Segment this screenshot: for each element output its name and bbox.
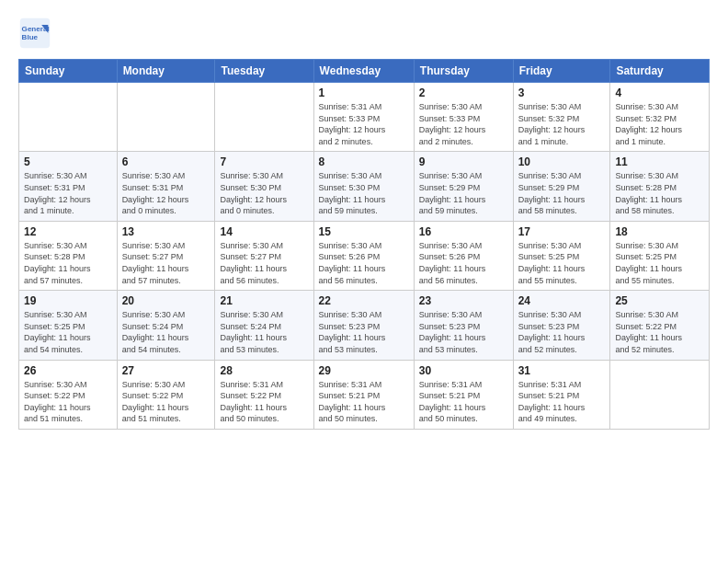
logo: General Blue [18,17,55,50]
week-row-5: 26Sunrise: 5:30 AM Sunset: 5:22 PM Dayli… [19,360,710,429]
day-number: 15 [319,225,409,238]
day-number: 1 [319,86,409,99]
day-number: 19 [24,294,112,307]
day-info: Sunrise: 5:30 AM Sunset: 5:30 PM Dayligh… [220,170,308,216]
day-number: 26 [24,364,112,377]
calendar-cell: 9Sunrise: 5:30 AM Sunset: 5:29 PM Daylig… [414,152,513,221]
calendar-cell [19,83,118,152]
week-row-3: 12Sunrise: 5:30 AM Sunset: 5:28 PM Dayli… [19,221,710,290]
day-number: 5 [24,155,112,168]
calendar-cell [215,83,313,152]
calendar-cell: 3Sunrise: 5:30 AM Sunset: 5:32 PM Daylig… [513,83,610,152]
calendar-cell: 15Sunrise: 5:30 AM Sunset: 5:26 PM Dayli… [313,221,414,290]
day-number: 25 [615,294,704,307]
calendar-cell: 31Sunrise: 5:31 AM Sunset: 5:21 PM Dayli… [513,360,610,429]
day-number: 11 [615,155,704,168]
day-info: Sunrise: 5:30 AM Sunset: 5:32 PM Dayligh… [615,101,704,147]
day-number: 14 [220,225,308,238]
day-info: Sunrise: 5:31 AM Sunset: 5:21 PM Dayligh… [319,379,409,425]
day-number: 10 [518,155,606,168]
day-info: Sunrise: 5:30 AM Sunset: 5:25 PM Dayligh… [518,240,606,286]
calendar-cell: 24Sunrise: 5:30 AM Sunset: 5:23 PM Dayli… [513,291,610,360]
calendar-cell: 1Sunrise: 5:31 AM Sunset: 5:33 PM Daylig… [313,83,414,152]
calendar-cell: 25Sunrise: 5:30 AM Sunset: 5:22 PM Dayli… [610,291,710,360]
logo-icon: General Blue [18,17,51,50]
weekday-header-sunday: Sunday [19,60,118,83]
day-info: Sunrise: 5:31 AM Sunset: 5:22 PM Dayligh… [220,379,308,425]
day-number: 2 [419,86,508,99]
calendar-cell: 5Sunrise: 5:30 AM Sunset: 5:31 PM Daylig… [19,152,118,221]
calendar-cell: 29Sunrise: 5:31 AM Sunset: 5:21 PM Dayli… [313,360,414,429]
day-number: 30 [419,364,508,377]
calendar-cell: 6Sunrise: 5:30 AM Sunset: 5:31 PM Daylig… [117,152,215,221]
calendar-cell: 2Sunrise: 5:30 AM Sunset: 5:33 PM Daylig… [414,83,513,152]
day-number: 18 [615,225,704,238]
calendar-cell: 17Sunrise: 5:30 AM Sunset: 5:25 PM Dayli… [513,221,610,290]
day-number: 27 [122,364,210,377]
day-number: 29 [319,364,409,377]
weekday-header-tuesday: Tuesday [215,60,313,83]
day-info: Sunrise: 5:30 AM Sunset: 5:23 PM Dayligh… [319,309,409,355]
day-number: 22 [319,294,409,307]
calendar-cell: 27Sunrise: 5:30 AM Sunset: 5:22 PM Dayli… [117,360,215,429]
day-number: 20 [122,294,210,307]
weekday-header-monday: Monday [117,60,215,83]
day-info: Sunrise: 5:30 AM Sunset: 5:32 PM Dayligh… [518,101,606,147]
day-number: 17 [518,225,606,238]
day-info: Sunrise: 5:30 AM Sunset: 5:28 PM Dayligh… [24,240,112,286]
weekday-header-wednesday: Wednesday [313,60,414,83]
calendar-cell: 23Sunrise: 5:30 AM Sunset: 5:23 PM Dayli… [414,291,513,360]
week-row-4: 19Sunrise: 5:30 AM Sunset: 5:25 PM Dayli… [19,291,710,360]
day-number: 23 [419,294,508,307]
day-number: 12 [24,225,112,238]
day-info: Sunrise: 5:30 AM Sunset: 5:33 PM Dayligh… [419,101,508,147]
header: General Blue [18,17,710,50]
calendar-body: 1Sunrise: 5:31 AM Sunset: 5:33 PM Daylig… [19,83,710,430]
calendar-cell: 30Sunrise: 5:31 AM Sunset: 5:21 PM Dayli… [414,360,513,429]
calendar-cell: 7Sunrise: 5:30 AM Sunset: 5:30 PM Daylig… [215,152,313,221]
day-number: 13 [122,225,210,238]
calendar-cell: 20Sunrise: 5:30 AM Sunset: 5:24 PM Dayli… [117,291,215,360]
day-info: Sunrise: 5:30 AM Sunset: 5:26 PM Dayligh… [419,240,508,286]
day-info: Sunrise: 5:30 AM Sunset: 5:23 PM Dayligh… [419,309,508,355]
day-number: 31 [518,364,606,377]
calendar-cell: 4Sunrise: 5:30 AM Sunset: 5:32 PM Daylig… [610,83,710,152]
day-info: Sunrise: 5:30 AM Sunset: 5:25 PM Dayligh… [615,240,704,286]
day-info: Sunrise: 5:30 AM Sunset: 5:24 PM Dayligh… [122,309,210,355]
day-info: Sunrise: 5:31 AM Sunset: 5:21 PM Dayligh… [419,379,508,425]
day-info: Sunrise: 5:31 AM Sunset: 5:21 PM Dayligh… [518,379,606,425]
calendar-cell: 19Sunrise: 5:30 AM Sunset: 5:25 PM Dayli… [19,291,118,360]
calendar: SundayMondayTuesdayWednesdayThursdayFrid… [18,59,710,430]
day-info: Sunrise: 5:30 AM Sunset: 5:31 PM Dayligh… [122,170,210,216]
day-info: Sunrise: 5:31 AM Sunset: 5:33 PM Dayligh… [319,101,409,147]
day-number: 24 [518,294,606,307]
calendar-cell [610,360,710,429]
day-info: Sunrise: 5:30 AM Sunset: 5:22 PM Dayligh… [122,379,210,425]
day-number: 9 [419,155,508,168]
day-info: Sunrise: 5:30 AM Sunset: 5:29 PM Dayligh… [419,170,508,216]
week-row-2: 5Sunrise: 5:30 AM Sunset: 5:31 PM Daylig… [19,152,710,221]
calendar-cell [117,83,215,152]
weekday-header-saturday: Saturday [610,60,710,83]
day-info: Sunrise: 5:30 AM Sunset: 5:26 PM Dayligh… [319,240,409,286]
day-info: Sunrise: 5:30 AM Sunset: 5:25 PM Dayligh… [24,309,112,355]
day-number: 16 [419,225,508,238]
week-row-1: 1Sunrise: 5:31 AM Sunset: 5:33 PM Daylig… [19,83,710,152]
calendar-cell: 8Sunrise: 5:30 AM Sunset: 5:30 PM Daylig… [313,152,414,221]
page: General Blue SundayMondayTuesdayWednesda… [0,0,728,563]
calendar-cell: 21Sunrise: 5:30 AM Sunset: 5:24 PM Dayli… [215,291,313,360]
day-number: 6 [122,155,210,168]
calendar-cell: 13Sunrise: 5:30 AM Sunset: 5:27 PM Dayli… [117,221,215,290]
calendar-header: SundayMondayTuesdayWednesdayThursdayFrid… [19,60,710,83]
weekday-row: SundayMondayTuesdayWednesdayThursdayFrid… [19,60,710,83]
calendar-cell: 14Sunrise: 5:30 AM Sunset: 5:27 PM Dayli… [215,221,313,290]
calendar-cell: 18Sunrise: 5:30 AM Sunset: 5:25 PM Dayli… [610,221,710,290]
day-number: 21 [220,294,308,307]
day-info: Sunrise: 5:30 AM Sunset: 5:30 PM Dayligh… [319,170,409,216]
day-info: Sunrise: 5:30 AM Sunset: 5:24 PM Dayligh… [220,309,308,355]
calendar-cell: 22Sunrise: 5:30 AM Sunset: 5:23 PM Dayli… [313,291,414,360]
calendar-cell: 16Sunrise: 5:30 AM Sunset: 5:26 PM Dayli… [414,221,513,290]
calendar-cell: 28Sunrise: 5:31 AM Sunset: 5:22 PM Dayli… [215,360,313,429]
day-info: Sunrise: 5:30 AM Sunset: 5:22 PM Dayligh… [615,309,704,355]
day-number: 8 [319,155,409,168]
